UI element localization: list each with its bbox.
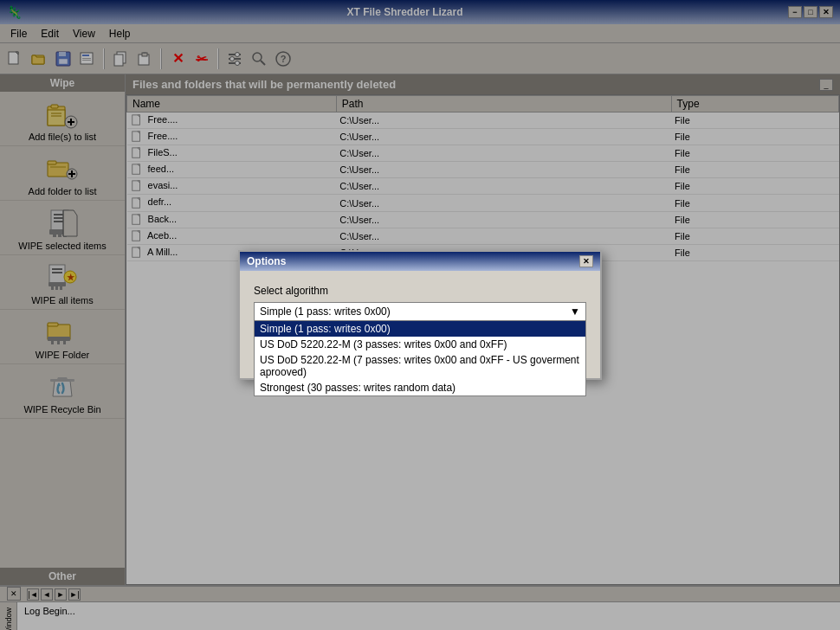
- modal-select-wrapper: Simple (1 pass: writes 0x00) ▼ Simple (1…: [254, 302, 586, 321]
- dropdown-item[interactable]: US DoD 5220.22-M (3 passes: writes 0x00 …: [255, 337, 585, 352]
- modal-body: Select algorithm Simple (1 pass: writes …: [240, 271, 600, 337]
- algorithm-select-display[interactable]: Simple (1 pass: writes 0x00) ▼: [254, 302, 586, 321]
- dropdown-item[interactable]: US DoD 5220.22-M (7 passes: writes 0x00 …: [255, 352, 585, 380]
- algorithm-dropdown: Simple (1 pass: writes 0x00)US DoD 5220.…: [254, 321, 586, 396]
- dropdown-arrow-icon: ▼: [570, 305, 580, 318]
- dropdown-item[interactable]: Strongest (30 passes: writes random data…: [255, 380, 585, 395]
- algorithm-current-value: Simple (1 pass: writes 0x00): [260, 305, 391, 318]
- dropdown-item[interactable]: Simple (1 pass: writes 0x00): [255, 321, 585, 337]
- modal-close-btn[interactable]: ✕: [579, 255, 593, 267]
- options-modal: Options ✕ Select algorithm Simple (1 pas…: [238, 250, 602, 380]
- modal-title: Options: [247, 255, 286, 267]
- modal-title-bar: Options ✕: [240, 252, 600, 271]
- modal-select-label: Select algorithm: [254, 285, 586, 297]
- modal-overlay: Options ✕ Select algorithm Simple (1 pas…: [0, 0, 840, 630]
